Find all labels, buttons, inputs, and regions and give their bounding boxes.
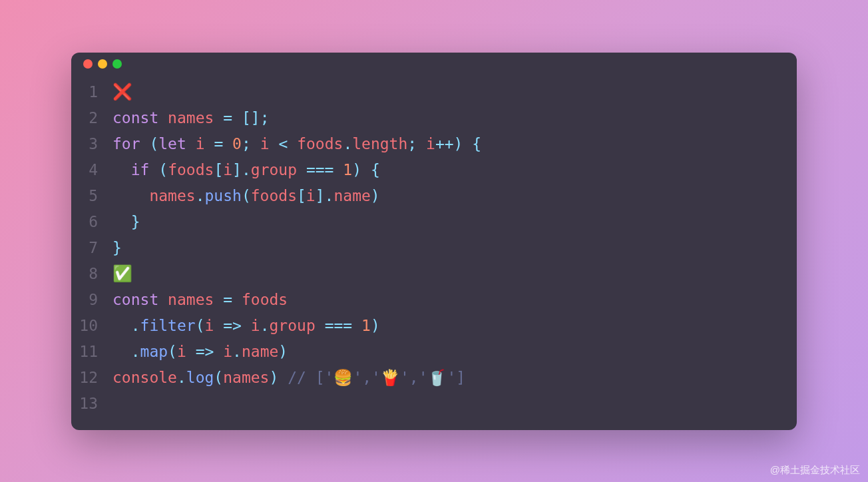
token: (: [196, 317, 205, 334]
code-window: 1❌2const names = [];3for (let i = 0; i <…: [71, 53, 797, 430]
token: [: [297, 187, 306, 204]
token: group: [270, 317, 316, 334]
token: (: [242, 187, 251, 204]
token: =: [223, 291, 232, 308]
token: i: [306, 187, 316, 204]
line-number: 1: [71, 83, 112, 101]
maximize-icon[interactable]: [112, 59, 122, 69]
token: i: [177, 343, 186, 360]
token: .: [325, 187, 334, 204]
code-line: 10 .filter(i => i.group === 1): [71, 313, 797, 339]
token: ): [371, 187, 380, 204]
line-number: 4: [71, 161, 112, 178]
code-line: 9const names = foods: [71, 287, 797, 313]
token: =>: [223, 317, 242, 334]
watermark: @稀土掘金技术社区: [770, 464, 860, 477]
token: }: [131, 213, 140, 230]
token: ;: [242, 135, 251, 152]
token: const: [112, 109, 158, 126]
token: foods: [297, 135, 343, 152]
token: [232, 291, 242, 308]
code-line: 5 names.push(foods[i].name): [71, 183, 797, 209]
token: [186, 343, 196, 360]
token: [242, 317, 251, 334]
token: [417, 135, 426, 152]
code-content: const names = foods: [112, 291, 288, 308]
minimize-icon[interactable]: [98, 59, 107, 69]
code-line: 6 }: [71, 209, 797, 235]
code-line: 8✅: [71, 261, 797, 287]
token: log: [186, 369, 214, 386]
token: length: [352, 135, 407, 152]
token: filter: [140, 317, 196, 334]
token: foods: [168, 161, 214, 178]
line-number: 6: [71, 213, 112, 230]
token: // ['🍔','🍟','🥤']: [288, 369, 465, 386]
token: .: [242, 161, 251, 178]
token: (: [168, 343, 177, 360]
code-line: 2const names = [];: [71, 105, 797, 131]
token: ++: [435, 135, 454, 152]
token: .: [131, 317, 140, 334]
token: [112, 213, 131, 230]
code-line: 3for (let i = 0; i < foods.length; i++) …: [71, 131, 797, 157]
token: names: [223, 369, 269, 386]
token: [158, 109, 168, 126]
token: [214, 317, 223, 334]
token: [149, 161, 158, 178]
code-content: console.log(names) // ['🍔','🍟','🥤']: [112, 369, 465, 387]
token: [186, 135, 196, 152]
token: [: [214, 161, 223, 178]
token: ===: [306, 161, 334, 178]
token: 1: [343, 161, 352, 178]
token: .: [131, 343, 140, 360]
token: [232, 109, 242, 126]
token: [112, 161, 131, 178]
line-number: 5: [71, 187, 112, 204]
token: {: [472, 135, 481, 152]
line-number: 9: [71, 291, 112, 308]
token: ): [278, 343, 288, 360]
token: [112, 317, 131, 334]
token: [463, 135, 472, 152]
token: ]: [316, 187, 325, 204]
token: ): [371, 317, 380, 334]
token: [214, 343, 223, 360]
token: ✅: [112, 264, 132, 283]
code-content: .map(i => i.name): [112, 343, 288, 360]
token: ): [269, 369, 278, 386]
line-number: 10: [71, 317, 112, 334]
close-icon[interactable]: [83, 59, 93, 69]
token: =>: [196, 343, 214, 360]
token: .: [343, 135, 352, 152]
line-number: 3: [71, 135, 112, 152]
token: let: [158, 135, 186, 152]
token: i: [223, 161, 232, 178]
token: .: [232, 343, 242, 360]
token: [361, 161, 371, 178]
token: ): [352, 161, 361, 178]
code-area: 1❌2const names = [];3for (let i = 0; i <…: [71, 75, 797, 430]
token: push: [205, 187, 242, 204]
token: ): [454, 135, 463, 152]
code-content: const names = [];: [112, 109, 270, 126]
code-content: names.push(foods[i].name): [112, 187, 380, 204]
token: [112, 343, 131, 360]
line-number: 12: [71, 369, 112, 386]
line-number: 2: [71, 109, 112, 126]
token: ]: [232, 161, 242, 178]
token: [316, 317, 325, 334]
token: (: [158, 161, 168, 178]
token: <: [278, 135, 288, 152]
token: names: [168, 291, 214, 308]
token: (: [214, 369, 223, 386]
code-content: ❌: [112, 83, 132, 101]
token: i: [196, 135, 205, 152]
line-number: 8: [71, 265, 112, 282]
token: names: [149, 187, 195, 204]
token: foods: [251, 187, 297, 204]
token: []: [242, 109, 260, 126]
token: 1: [361, 317, 371, 334]
token: ❌: [112, 83, 132, 101]
token: [158, 291, 168, 308]
